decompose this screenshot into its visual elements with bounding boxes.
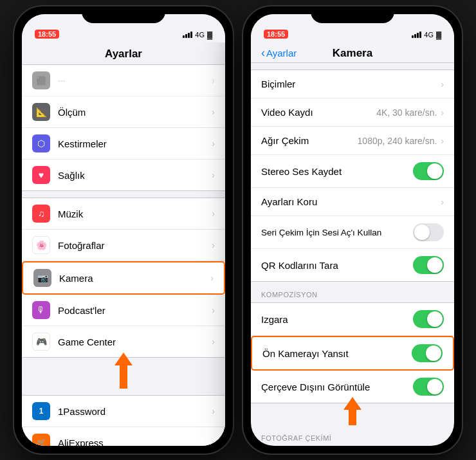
right-nav-bar: ‹ Ayarlar Kamera (251, 42, 454, 63)
right-group-kompozisyon: Izgara Ön Kamerayı Yansıt Çerçeve Dışını… (251, 302, 454, 403)
toggle-thumb (427, 163, 443, 179)
left-time: 18:55 (35, 30, 59, 39)
onkamera-toggle[interactable] (412, 344, 443, 362)
left-group-apps: 1 1Password › 🛒 AliExpress › 📦 Am (22, 395, 225, 446)
battery-icon: ▓ (436, 31, 441, 39)
list-item-gamecenter[interactable]: 🎮 Game Center › (22, 326, 225, 357)
item-label: Seri Çekim İçin Sesi Aç'ı Kullan (261, 228, 413, 237)
right-time: 18:55 (264, 30, 288, 39)
list-item-olcum[interactable]: 📐 Ölçüm › (22, 97, 225, 128)
signal-icon (412, 32, 421, 38)
item-icon: 🎙 (32, 301, 50, 319)
chevron-icon: › (212, 208, 215, 219)
chevron-icon: › (212, 138, 215, 149)
list-item[interactable]: ⬛ ··· › (22, 65, 225, 97)
right-status-right: 4G ▓ (412, 31, 441, 39)
right-notch (311, 6, 394, 23)
list-item-1password[interactable]: 1 1Password › (22, 396, 225, 427)
network-label: 4G (424, 31, 434, 39)
left-status-right: 4G ▓ (183, 31, 212, 39)
kompozisyon-header: KOMPOZİSYON (251, 282, 454, 302)
chevron-icon: › (441, 136, 444, 146)
item-label: Kestirmeler (58, 138, 212, 149)
list-item-qr[interactable]: QR Kodlarını Tara (251, 249, 454, 281)
signal-icon (183, 32, 192, 38)
list-item-onkamera[interactable]: Ön Kamerayı Yansıt (251, 336, 454, 371)
left-nav-bar: Ayarlar (22, 42, 225, 65)
chevron-icon: › (212, 240, 215, 250)
item-icon: 🌸 (32, 236, 50, 254)
list-item-bicimler[interactable]: Biçimler › (251, 70, 454, 98)
chevron-icon: › (212, 107, 215, 117)
chevron-icon: › (212, 406, 215, 416)
list-item-videokayd[interactable]: Video Kaydı 4K, 30 kare/sn. › (251, 98, 454, 127)
item-label: QR Kodlarını Tara (261, 260, 413, 271)
back-chevron-icon: ‹ (261, 47, 265, 59)
item-label: Ön Kamerayı Yansıt (262, 348, 412, 359)
left-settings-list: ⬛ ··· › 📐 Ölçüm › ⬡ Kestirmeler (22, 65, 225, 446)
item-label: Ağır Çekim (261, 135, 358, 146)
network-label: 4G (195, 31, 205, 39)
back-label: Ayarlar (266, 48, 297, 59)
item-label: 1Password (58, 406, 212, 417)
list-item-saglik[interactable]: ♥ Sağlık › (22, 160, 225, 190)
left-phone: 18:55 4G ▓ Ayarlar (14, 6, 233, 454)
arrow-indicator (22, 353, 225, 389)
item-icon: 📐 (32, 103, 50, 121)
item-icon: 🛒 (32, 434, 50, 446)
right-settings-list: Biçimler › Video Kaydı 4K, 30 kare/sn. ›… (251, 63, 454, 446)
list-item-podcastler[interactable]: 🎙 Podcast'ler › (22, 295, 225, 326)
list-item-cerceve[interactable]: Çerçeve Dışını Görüntüle (251, 371, 454, 403)
list-item-agircekim[interactable]: Ağır Çekim 1080p, 240 kare/sn. › (251, 127, 454, 155)
item-value: 1080p, 240 kare/sn. (358, 136, 437, 146)
list-item-stereo[interactable]: Stereo Ses Kaydet (251, 155, 454, 188)
sericekim-toggle[interactable] (413, 223, 444, 241)
toggle-thumb (427, 379, 443, 394)
item-label: Izgara (261, 314, 413, 325)
chevron-icon: › (212, 437, 215, 446)
stereo-toggle[interactable] (413, 162, 444, 180)
left-notch (82, 6, 165, 23)
chevron-icon: › (210, 273, 214, 283)
item-label: ··· (58, 75, 212, 86)
item-label: Game Center (58, 336, 212, 347)
cerceve-toggle[interactable] (413, 378, 444, 396)
item-label: AliExpress (58, 437, 212, 446)
item-icon: 1 (32, 402, 50, 420)
toggle-thumb (414, 225, 430, 240)
right-screen: 18:55 4G ▓ ‹ Ayarlar Kamera (251, 14, 454, 446)
right-group-main: Biçimler › Video Kaydı 4K, 30 kare/sn. ›… (251, 69, 454, 282)
item-value: 4K, 30 kare/sn. (376, 107, 437, 118)
item-label: Sağlık (58, 170, 212, 181)
toggle-thumb (427, 311, 443, 327)
list-item-muzik[interactable]: ♫ Müzik › (22, 198, 225, 230)
chevron-icon: › (212, 305, 215, 315)
izgara-toggle[interactable] (413, 310, 444, 328)
list-item-sericekim[interactable]: Seri Çekim İçin Sesi Aç'ı Kullan (251, 216, 454, 249)
chevron-icon: › (212, 336, 215, 347)
left-screen: 18:55 4G ▓ Ayarlar (22, 14, 225, 446)
list-item-izgara[interactable]: Izgara (251, 303, 454, 336)
item-icon: 📷 (33, 269, 51, 287)
chevron-icon: › (212, 75, 215, 86)
item-icon: ♥ (32, 166, 50, 184)
list-item-kamera[interactable]: 📷 Kamera › (22, 261, 225, 295)
qr-toggle[interactable] (413, 256, 444, 274)
item-label: Müzik (58, 208, 212, 219)
item-label: Video Kaydı (261, 107, 376, 118)
chevron-icon: › (441, 197, 444, 207)
item-icon: 🎮 (32, 333, 50, 351)
list-item-kestirmeler[interactable]: ⬡ Kestirmeler › (22, 128, 225, 160)
battery-icon: ▓ (207, 31, 212, 39)
back-button[interactable]: ‹ Ayarlar (261, 48, 297, 59)
left-group-media: ♫ Müzik › 🌸 Fotoğraflar › 📷 (22, 198, 225, 358)
left-group-top: ⬛ ··· › 📐 Ölçüm › ⬡ Kestirmeler (22, 65, 225, 191)
list-item-aliexpress[interactable]: 🛒 AliExpress › (22, 427, 225, 446)
chevron-icon: › (441, 79, 444, 89)
item-icon: ⬛ (32, 71, 50, 89)
fotograf-header: FOTOĞRAF ÇEKİMİ (251, 425, 454, 446)
toggle-thumb (426, 345, 441, 361)
list-item-fotograflar[interactable]: 🌸 Fotoğraflar › (22, 230, 225, 261)
chevron-icon: › (212, 170, 215, 180)
list-item-ayarlarikoruma[interactable]: Ayarları Koru › (251, 188, 454, 216)
